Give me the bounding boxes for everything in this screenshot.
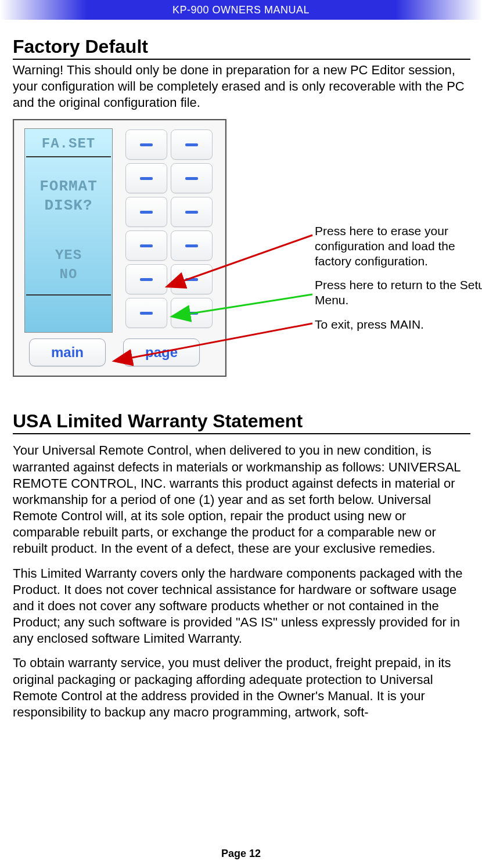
header-title: KP-900 OWNERS MANUAL [172,4,310,16]
callout-return: Press here to return to the Setup Menu. [315,278,482,307]
side-button[interactable] [171,298,213,328]
lcd-prompt-line1: FORMAT [25,177,112,196]
device-screenshot: FA.SET FORMAT DISK? YES NO [13,119,226,377]
lcd-screen: FA.SET FORMAT DISK? YES NO [24,128,113,333]
dash-icon [140,244,153,247]
side-button[interactable] [125,163,167,193]
side-button[interactable] [171,230,213,261]
lcd-options: YES NO [25,231,112,294]
side-button[interactable] [171,264,213,294]
dash-icon [185,177,198,180]
dash-icon [185,211,198,214]
lcd-prompt: FORMAT DISK? [25,157,112,231]
dash-icon [140,211,153,214]
warranty-p3: To obtain warranty service, you must del… [13,655,470,721]
dash-icon [140,177,153,180]
side-button[interactable] [171,197,213,227]
figure-block: FA.SET FORMAT DISK? YES NO [13,119,470,386]
dash-icon [185,278,198,281]
bottom-button-row: main page [29,338,200,366]
page-button[interactable]: page [123,338,200,366]
dash-icon [185,143,198,146]
side-button[interactable] [171,129,213,160]
lcd-title: FA.SET [25,129,112,156]
page-content: Factory Default Warning! This should onl… [0,20,482,721]
heading-factory-default: Factory Default [13,36,470,60]
side-button-no[interactable] [125,298,167,328]
callout-column: Press here to erase your configuration a… [315,224,482,341]
main-button[interactable]: main [29,338,106,366]
lcd-option-yes: YES [25,246,112,265]
heading-warranty: USA Limited Warranty Statement [13,410,470,434]
warning-paragraph: Warning! This should only be done in pre… [13,62,470,111]
side-button[interactable] [171,163,213,193]
side-button[interactable] [125,197,167,227]
lcd-prompt-line2: DISK? [25,196,112,215]
lcd-option-no: NO [25,265,112,284]
callout-erase: Press here to erase your configuration a… [315,224,482,268]
side-button[interactable] [125,230,167,261]
warranty-p1: Your Universal Remote Control, when deli… [13,442,470,557]
callout-exit: To exit, press MAIN. [315,317,482,332]
side-button-column [125,129,216,332]
page-footer: Page 12 [0,848,482,860]
warranty-p2: This Limited Warranty covers only the ha… [13,566,470,647]
dash-icon [185,244,198,247]
side-button[interactable] [125,129,167,160]
dash-icon [185,312,198,315]
dash-icon [140,278,153,281]
header-bar: KP-900 OWNERS MANUAL [0,0,482,20]
dash-icon [140,312,153,315]
side-button-yes[interactable] [125,264,167,294]
dash-icon [140,143,153,146]
